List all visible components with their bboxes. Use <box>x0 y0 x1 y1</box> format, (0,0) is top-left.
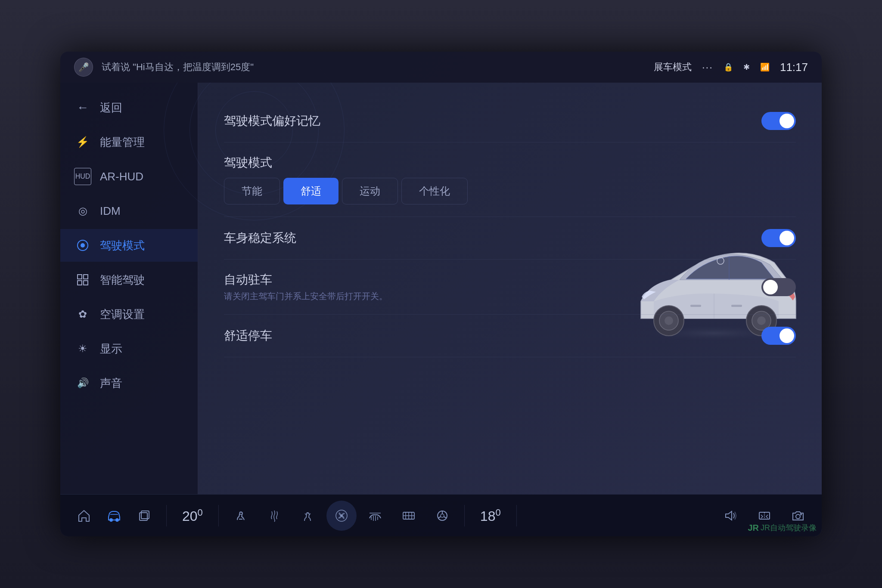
watermark: JR JR自动驾驶录像 <box>748 523 817 533</box>
copy-icon <box>138 509 151 522</box>
ac-seat-button[interactable] <box>293 501 323 531</box>
idm-icon: ◎ <box>74 202 91 220</box>
comfort-park-toggle[interactable] <box>761 327 796 345</box>
mode-sport-button[interactable]: 运动 <box>342 178 398 204</box>
mode-buttons: 节能 舒适 运动 个性化 <box>224 178 796 204</box>
smartdrive-icon <box>74 271 91 288</box>
more-menu-button[interactable]: ··· <box>702 61 713 73</box>
car-infotainment-screen: 🎤 试着说 "Hi马自达，把温度调到25度" 展车模式 ··· 🔒 ✱ 📶 11… <box>60 52 822 536</box>
taskbar-nav-section <box>69 501 159 531</box>
svg-point-43 <box>796 514 800 519</box>
rear-defrost-button[interactable] <box>394 501 424 531</box>
divider-2 <box>218 505 219 526</box>
right-temperature: 180 <box>472 507 509 524</box>
camera-icon <box>791 509 805 523</box>
comfort-park-knob <box>780 328 794 343</box>
svg-rect-5 <box>84 281 88 285</box>
arhud-icon: HUD <box>74 168 91 185</box>
mic-icon: 🎤 <box>78 62 89 72</box>
content-inner: 驾驶模式偏好记忆 驾驶模式 节能 舒适 运动 个性化 <box>224 100 796 357</box>
sidebar-label-energy: 能量管理 <box>100 135 145 150</box>
steering-heat-button[interactable] <box>427 501 457 531</box>
sidebar-item-arhud[interactable]: HUD AR-HUD <box>60 160 198 193</box>
seat-heat-left-button[interactable] <box>226 501 256 531</box>
left-temp-unit: 0 <box>198 507 203 518</box>
energy-icon: ⚡ <box>74 133 91 151</box>
sidebar-label-sound: 声音 <box>100 376 122 391</box>
watermark-text: JR <box>748 523 759 533</box>
drive-mode-status: 展车模式 <box>654 61 692 74</box>
divider-4 <box>516 505 517 526</box>
sound-icon: 🔊 <box>74 374 91 392</box>
front-defrost-icon <box>368 509 382 523</box>
voice-hint: 试着说 "Hi马自达，把温度调到25度" <box>102 61 254 74</box>
clock: 11:17 <box>780 61 808 74</box>
left-temperature: 200 <box>174 507 211 524</box>
sidebar-label-smartdrive: 智能驾驶 <box>100 272 145 288</box>
front-defrost-button[interactable] <box>360 501 390 531</box>
back-icon: ← <box>74 99 91 116</box>
sidebar-item-back[interactable]: ← 返回 <box>60 91 198 124</box>
setting-row-comfort-park: 舒适停车 <box>224 315 796 357</box>
comfort-park-label: 舒适停车 <box>224 328 272 344</box>
seat-heat-icon <box>234 509 248 523</box>
auto-park-info: 自动驻车 请关闭主驾车门并系上安全带后打开开关。 <box>224 272 388 302</box>
watermark-label: JR自动驾驶录像 <box>761 523 817 533</box>
content-panel: 驾驶模式偏好记忆 驾驶模式 节能 舒适 运动 个性化 <box>198 83 822 494</box>
mode-personal-button[interactable]: 个性化 <box>401 178 468 204</box>
bluetooth-icon: ✱ <box>743 62 750 72</box>
auto-park-knob <box>763 280 778 294</box>
home-button[interactable] <box>69 501 99 531</box>
ac-icon: ✿ <box>74 306 91 323</box>
svg-rect-3 <box>84 275 88 279</box>
svg-rect-4 <box>78 281 82 285</box>
seat-vent-icon <box>267 509 281 523</box>
status-left: 🎤 试着说 "Hi马自达，把温度调到25度" <box>74 58 254 77</box>
mic-button[interactable]: 🎤 <box>74 58 93 77</box>
sidebar-item-idm[interactable]: ◎ IDM <box>60 195 198 227</box>
svg-point-1 <box>81 243 85 248</box>
sidebar-item-ac[interactable]: ✿ 空调设置 <box>60 298 198 331</box>
auto-park-toggle[interactable] <box>761 278 796 296</box>
sidebar-item-energy[interactable]: ⚡ 能量管理 <box>60 126 198 158</box>
drive-memory-knob <box>780 114 794 128</box>
divider-1 <box>166 505 167 526</box>
ac-seat-icon <box>301 509 315 523</box>
auto-park-sublabel: 请关闭主驾车门并系上安全带后打开开关。 <box>224 291 388 302</box>
steering-heat-icon <box>435 509 449 523</box>
mode-comfort-button[interactable]: 舒适 <box>283 178 339 204</box>
sidebar-item-drivemode[interactable]: 驾驶模式 <box>60 229 198 262</box>
driving-mode-title: 驾驶模式 <box>224 155 796 171</box>
svg-line-40 <box>444 517 446 518</box>
car-button[interactable] <box>99 501 129 531</box>
sidebar-label-idm: IDM <box>100 204 121 218</box>
copy-button[interactable] <box>129 501 159 531</box>
right-temp-value: 18 <box>480 508 496 523</box>
body-stability-label: 车身稳定系统 <box>224 230 296 246</box>
rear-defrost-icon <box>401 509 416 523</box>
drive-memory-label: 驾驶模式偏好记忆 <box>224 113 320 129</box>
setting-row-drive-memory: 驾驶模式偏好记忆 <box>224 100 796 142</box>
mirror-icon <box>758 509 771 523</box>
status-right: 展车模式 ··· 🔒 ✱ 📶 11:17 <box>654 61 808 74</box>
svg-line-22 <box>305 514 306 515</box>
sidebar-label-back: 返回 <box>100 100 122 115</box>
volume-icon <box>724 509 738 523</box>
volume-button[interactable] <box>716 501 746 531</box>
auto-park-label: 自动驻车 <box>224 272 388 288</box>
driving-mode-section: 驾驶模式 节能 舒适 运动 个性化 <box>224 142 796 217</box>
sidebar-item-display[interactable]: ☀ 显示 <box>60 332 198 365</box>
mode-eco-button[interactable]: 节能 <box>224 178 280 204</box>
body-stability-toggle[interactable] <box>761 229 796 247</box>
sidebar-item-sound[interactable]: 🔊 声音 <box>60 367 198 399</box>
svg-point-19 <box>115 518 119 522</box>
sidebar-item-smartdrive[interactable]: 智能驾驶 <box>60 263 198 296</box>
svg-point-44 <box>800 514 802 515</box>
status-bar: 🎤 试着说 "Hi马自达，把温度调到25度" 展车模式 ··· 🔒 ✱ 📶 11… <box>60 52 822 83</box>
seat-vent-button[interactable] <box>259 501 289 531</box>
setting-row-auto-park: 自动驻车 请关闭主驾车门并系上安全带后打开开关。 <box>224 260 796 315</box>
fan-button[interactable] <box>326 501 357 531</box>
display-icon: ☀ <box>74 340 91 357</box>
drive-memory-toggle[interactable] <box>761 112 796 130</box>
svg-line-39 <box>438 517 441 518</box>
